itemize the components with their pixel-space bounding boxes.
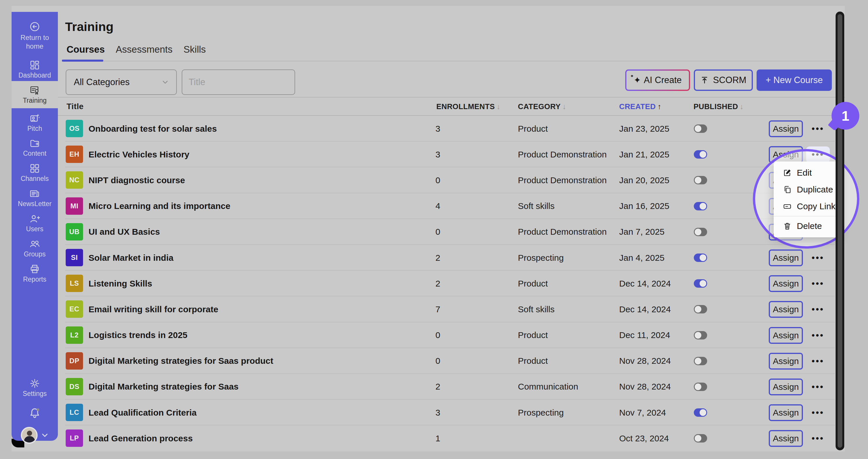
publish-toggle[interactable]: [694, 176, 707, 184]
tab-courses[interactable]: Courses: [66, 44, 105, 57]
column-category[interactable]: CATEGORY↓: [518, 102, 566, 111]
publish-toggle[interactable]: [694, 305, 707, 313]
column-published[interactable]: PUBLISHED↓: [693, 102, 744, 111]
publish-toggle[interactable]: [694, 228, 707, 236]
table-row: DS Digital Marketing strategies for Saas…: [11, 374, 845, 400]
course-title[interactable]: Micro Learning and its importance: [89, 201, 230, 211]
menu-item-duplicate[interactable]: Duplicate: [774, 181, 840, 198]
assign-button[interactable]: Assign: [769, 404, 803, 421]
new-course-button[interactable]: + New Course: [756, 69, 832, 91]
publish-toggle[interactable]: [694, 279, 707, 288]
course-title[interactable]: Email writing skill for corporate: [89, 304, 218, 314]
menu-item-delete[interactable]: Delete: [774, 218, 840, 235]
title-search-input[interactable]: [189, 77, 304, 87]
column-title[interactable]: Title: [66, 102, 84, 111]
assign-button[interactable]: Assign: [769, 249, 803, 266]
course-title[interactable]: Electric Vehicles History: [89, 150, 189, 159]
sort-down-icon: ↓: [562, 102, 566, 111]
scrollbar-thumb[interactable]: [838, 14, 842, 448]
toggle-knob: [695, 435, 701, 441]
sidebar-item-channels[interactable]: Channels: [11, 161, 58, 183]
assign-button[interactable]: Assign: [769, 353, 803, 370]
course-title[interactable]: NIPT diagnostic course: [89, 175, 185, 185]
course-title[interactable]: Digital Marketing strategies for Saas: [89, 382, 239, 392]
sidebar-item-pitch[interactable]: Pitch: [11, 111, 58, 132]
course-created-date: Dec 14, 2024: [619, 279, 671, 288]
column-enrollments[interactable]: ENROLLMENTS↓: [436, 102, 500, 111]
dashboard-icon: [30, 60, 40, 70]
course-initials: LS: [70, 279, 79, 287]
assign-button[interactable]: Assign: [769, 327, 803, 344]
sidebar-item-label: Settings: [23, 390, 46, 397]
user-avatar: [21, 427, 38, 443]
toggle-knob: [700, 203, 706, 210]
notifications-button[interactable]: [11, 407, 58, 420]
sidebar-item-content[interactable]: Content: [11, 136, 58, 157]
ellipsis-icon: •••: [812, 382, 824, 391]
sidebar-item-label: Content: [23, 150, 46, 157]
course-title[interactable]: Listening Skills: [89, 279, 152, 288]
column-created[interactable]: CREATED↑: [619, 102, 661, 111]
course-title[interactable]: Solar Market in india: [89, 253, 173, 263]
vertical-scrollbar[interactable]: [836, 11, 844, 450]
course-title[interactable]: Digital Marketing strategies for Saas pr…: [89, 356, 273, 366]
publish-toggle[interactable]: [694, 382, 707, 391]
course-created-date: Nov 28, 2024: [619, 382, 671, 392]
menu-item-edit[interactable]: Edit: [774, 164, 840, 181]
course-created-date: Jan 16, 2025: [619, 201, 669, 211]
sidebar-item-groups[interactable]: Groups: [11, 237, 58, 258]
row-more-button[interactable]: •••: [806, 353, 830, 369]
row-more-button[interactable]: •••: [806, 379, 830, 395]
course-table-body: OS Onboarding test for solar sales 3 Pro…: [11, 116, 845, 451]
row-more-button[interactable]: •••: [806, 121, 830, 137]
newsletter-icon: [30, 188, 40, 199]
course-initials: NC: [69, 176, 80, 184]
ai-create-button[interactable]: ✦ AI Create: [625, 69, 690, 91]
course-category: Product: [518, 356, 548, 366]
course-enrollments: 2: [435, 279, 440, 288]
toggle-knob: [695, 332, 701, 339]
sidebar-item-users[interactable]: Users: [11, 211, 58, 233]
sidebar-item-newsletter[interactable]: NewsLetter: [11, 186, 58, 208]
row-more-button[interactable]: •••: [806, 250, 830, 266]
publish-toggle[interactable]: [694, 124, 707, 133]
sidebar-item-reports[interactable]: Reports: [11, 262, 58, 283]
course-title[interactable]: Lead Qualification Criteria: [89, 408, 196, 418]
publish-toggle[interactable]: [694, 331, 707, 339]
course-title[interactable]: Onboarding test for solar sales: [89, 124, 217, 134]
course-title[interactable]: Lead Generation process: [89, 433, 193, 443]
publish-toggle[interactable]: [694, 253, 707, 262]
publish-toggle[interactable]: [694, 434, 707, 442]
course-enrollments: 2: [435, 253, 440, 263]
sidebar-item-return-home[interactable]: Return to home: [11, 19, 58, 51]
row-more-button[interactable]: •••: [806, 430, 830, 447]
row-more-button[interactable]: •••: [806, 327, 830, 343]
publish-toggle[interactable]: [694, 408, 707, 417]
row-more-button[interactable]: •••: [806, 301, 830, 317]
row-more-button[interactable]: •••: [806, 276, 830, 292]
table-row: EH Electric Vehicles History 3 Product D…: [11, 142, 845, 167]
user-menu[interactable]: [11, 427, 58, 443]
assign-button[interactable]: Assign: [769, 275, 803, 292]
publish-toggle[interactable]: [694, 202, 707, 210]
publish-toggle[interactable]: [694, 150, 707, 159]
course-title[interactable]: Logistics trends in 2025: [89, 330, 187, 340]
scorm-button[interactable]: SCORM: [694, 69, 753, 91]
sidebar-item-dashboard[interactable]: Dashboard: [11, 58, 58, 79]
course-title[interactable]: UI and UX Basics: [89, 227, 160, 237]
assign-button[interactable]: Assign: [769, 120, 803, 137]
assign-button[interactable]: Assign: [769, 301, 803, 318]
category-dropdown[interactable]: All Categories: [66, 69, 177, 95]
assign-button[interactable]: Assign: [769, 430, 803, 447]
menu-item-copy-link[interactable]: Copy Link: [774, 198, 840, 215]
notification-dot: [36, 408, 39, 411]
return-home-label-line2: home: [11, 42, 58, 51]
publish-toggle[interactable]: [694, 357, 707, 365]
sidebar-item-training[interactable]: Training: [11, 81, 58, 108]
tab-assessments[interactable]: Assessments: [116, 44, 173, 57]
row-more-button[interactable]: •••: [806, 405, 830, 421]
assign-button[interactable]: Assign: [769, 378, 803, 395]
tab-skills[interactable]: Skills: [183, 44, 206, 57]
return-home-icon: [29, 21, 40, 32]
sidebar-item-settings[interactable]: Settings: [11, 376, 58, 398]
